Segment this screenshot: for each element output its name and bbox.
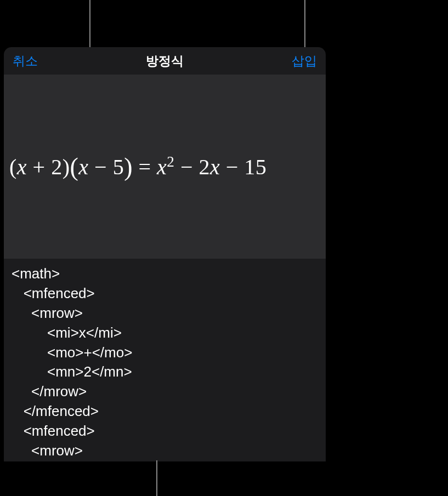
cancel-button[interactable]: 취소	[13, 53, 38, 70]
equation-editor-modal: 취소 방정식 삽입 (x + 2)(x − 5) = x2 − 2x − 15 …	[4, 47, 326, 461]
code-line-2: <mfenced>	[12, 285, 95, 301]
code-line-8: </mfenced>	[12, 403, 99, 419]
mathml-code-editor[interactable]: <math> <mfenced> <mrow> <mi>x</mi> <mo>+…	[4, 259, 326, 461]
variable-x-1: x	[17, 155, 27, 179]
code-line-4: <mi>x</mi>	[12, 324, 122, 341]
right-paren-1: )	[63, 155, 70, 179]
left-paren-2: (	[70, 153, 78, 181]
code-line-7: </mrow>	[12, 383, 87, 400]
code-line-10: <mrow>	[12, 442, 83, 459]
operator-minus-1: −	[89, 155, 113, 179]
callout-line-insert	[304, 0, 305, 47]
code-line-5: <mo>+</mo>	[12, 344, 132, 361]
coefficient-2: 2	[199, 155, 210, 179]
number-5: 5	[113, 155, 124, 179]
operator-plus: +	[27, 155, 51, 179]
equation-preview: (x + 2)(x − 5) = x2 − 2x − 15	[9, 154, 266, 180]
number-15: 15	[244, 155, 266, 179]
exponent-2: 2	[167, 153, 174, 169]
operator-minus-2: −	[174, 155, 199, 179]
callout-line-code	[156, 460, 157, 496]
right-paren-2: )	[124, 153, 133, 181]
code-line-9: <mfenced>	[12, 423, 95, 439]
left-paren-1: (	[9, 155, 17, 179]
modal-title: 방정식	[146, 53, 184, 70]
modal-header: 취소 방정식 삽입	[4, 47, 326, 75]
code-line-1: <math>	[12, 265, 60, 282]
operator-equals: =	[133, 155, 157, 179]
equation-preview-area: (x + 2)(x − 5) = x2 − 2x − 15	[4, 75, 326, 259]
code-line-6: <mn>2</mn>	[12, 363, 132, 380]
variable-x-3: x	[157, 155, 167, 179]
operator-minus-3: −	[220, 155, 244, 179]
variable-x-2: x	[78, 155, 88, 179]
variable-x-4: x	[210, 155, 220, 179]
insert-button[interactable]: 삽입	[292, 53, 317, 70]
code-line-3: <mrow>	[12, 305, 83, 321]
number-2: 2	[51, 155, 63, 179]
